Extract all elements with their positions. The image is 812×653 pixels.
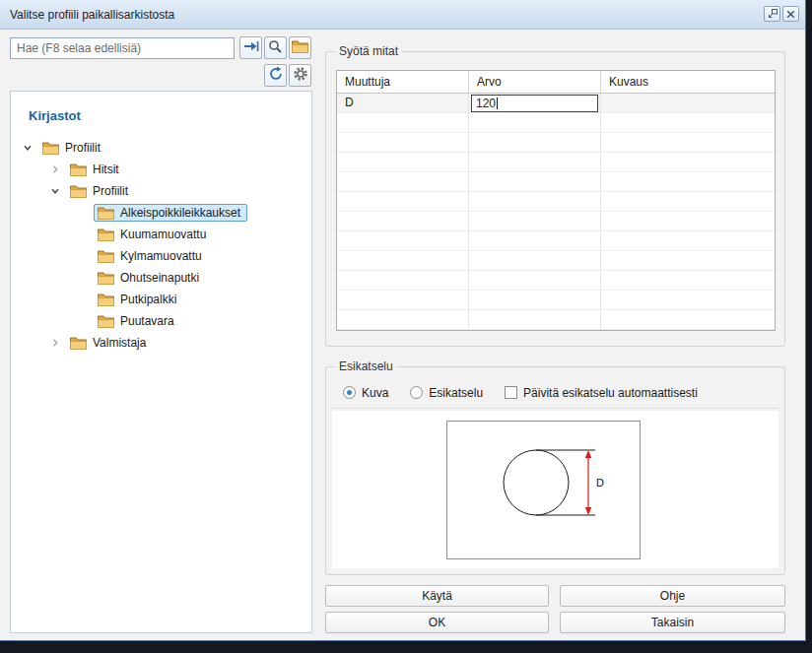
chevron-down-icon[interactable] [23,143,33,153]
enter-dimensions-label: Syötä mitat [335,44,402,58]
dimension-arrow-down [585,507,591,515]
empty-cell[interactable] [469,212,601,231]
back-button[interactable]: Takaisin [560,612,785,633]
picture-radio-label: Kuva [362,386,388,400]
empty-cell[interactable] [469,172,601,192]
tree-item-putkipalkki[interactable]: Putkipalkki [11,289,311,310]
chevron-none [78,229,88,239]
empty-cell[interactable] [337,153,469,172]
empty-cell[interactable] [469,133,601,153]
empty-cell[interactable] [337,133,469,153]
empty-cell[interactable] [601,231,775,251]
chevron-right-icon[interactable] [50,338,60,348]
tree-item-puutavara[interactable]: Puutavara [11,310,311,332]
value-input[interactable]: 120 [471,95,598,112]
empty-cell[interactable] [469,251,601,271]
empty-cell[interactable] [337,310,469,330]
browse-folder-button[interactable] [289,36,311,59]
tree-item-kuumamuovattu[interactable]: Kuumamuovattu [11,224,311,245]
tree-item-hitsit[interactable]: Hitsit [11,159,311,180]
empty-cell[interactable] [601,113,775,133]
empty-cell[interactable] [601,271,775,291]
empty-cell[interactable] [469,291,601,310]
tree-item-kylmamuovattu[interactable]: Kylmamuovattu [11,245,311,267]
empty-cell[interactable] [337,231,469,251]
empty-cell[interactable] [469,231,601,251]
folder-icon [98,228,114,241]
radio-esikatselu-group[interactable]: Esikatselu [410,386,483,400]
go-arrow-icon [243,39,259,56]
empty-cell[interactable] [337,172,469,192]
empty-cell[interactable] [469,192,601,212]
empty-cell[interactable] [337,113,469,133]
empty-cell[interactable] [337,192,469,212]
folder-icon [292,39,308,56]
empty-cell[interactable] [601,192,775,212]
dock-button[interactable] [764,6,780,22]
dimension-label: D [596,477,604,489]
folder-icon [98,271,114,285]
chevron-none [78,208,88,218]
refresh-button[interactable] [264,64,287,87]
preview-group: Esikatselu Kuva Esikatselu Päivitä esika… [325,366,785,575]
empty-cell[interactable] [337,212,469,231]
empty-cell[interactable] [337,251,469,271]
dimensions-table: MuuttujaArvoKuvausD120 [336,70,776,331]
variable-cell[interactable]: D [337,94,469,113]
empty-cell[interactable] [601,291,775,310]
tree-item-profiilit[interactable]: Profiilit [11,137,311,159]
chevron-none [78,273,88,283]
preview-radio[interactable] [410,386,423,399]
picture-radio[interactable] [343,386,356,399]
tree-item-label: Hitsit [93,163,119,176]
search-button[interactable] [264,36,287,59]
empty-cell[interactable] [601,153,775,172]
empty-cell[interactable] [469,271,601,291]
empty-cell[interactable] [601,251,775,271]
settings-button[interactable] [289,64,311,87]
chevron-down-icon[interactable] [50,186,60,196]
apply-button[interactable]: Käytä [325,585,549,607]
empty-cell[interactable] [601,133,775,153]
empty-cell[interactable] [469,153,601,172]
tree-item-alkeispoikkileikkaukset[interactable]: Alkeispoikkileikkaukset [11,202,311,224]
folder-icon [98,293,114,306]
tree-item-ohutseinaputki[interactable]: Ohutseinaputki [11,267,311,289]
empty-cell[interactable] [469,310,601,330]
empty-cell[interactable] [337,271,469,291]
chevron-right-icon[interactable] [50,164,60,174]
auto-update-group[interactable]: Päivitä esikatselu automaattisesti [505,386,698,400]
empty-cell[interactable] [601,310,775,330]
profile-catalog-dialog: Valitse profiili paikallisarkistosta [0,0,806,641]
column-header-muuttuja[interactable]: Muuttuja [337,71,469,94]
ok-button[interactable]: OK [325,612,549,633]
tree-item-label: Alkeispoikkileikkaukset [120,206,240,220]
radio-kuva-group[interactable]: Kuva [343,386,388,400]
chevron-none [78,316,88,326]
close-button[interactable] [782,6,799,22]
help-button[interactable]: Ohje [560,585,785,607]
empty-cell[interactable] [337,291,469,310]
empty-cell[interactable] [601,172,775,192]
tree-item-profiilit[interactable]: Profiilit [11,180,311,202]
enter-dimensions-group: Syötä mitat MuuttujaArvoKuvausD120 [325,51,785,347]
empty-cell[interactable] [601,212,775,231]
tree-heading: Kirjastot [29,108,81,123]
empty-cell[interactable] [469,113,601,133]
search-input[interactable] [10,37,235,59]
auto-update-checkbox[interactable] [505,386,517,399]
library-tree-panel: Kirjastot ProfiilitHitsitProfiilitAlkeis… [10,91,312,633]
description-cell[interactable] [601,94,775,113]
chevron-none [78,294,88,304]
titlebar[interactable]: Valitse profiili paikallisarkistosta [0,0,805,30]
tree-item-label: Ohutseinaputki [120,271,199,285]
dimension-arrow-up [585,450,591,458]
go-search-button[interactable] [239,36,262,59]
profile-drawing: D [446,421,641,559]
column-header-arvo[interactable]: Arvo [469,71,601,94]
tree-item-valmistaja[interactable]: Valmistaja [11,332,311,354]
column-header-kuvaus[interactable]: Kuvaus [601,71,775,94]
tree-item-label: Putkipalkki [120,293,176,306]
chevron-none [78,251,88,261]
value-cell[interactable]: 120 [469,94,601,113]
